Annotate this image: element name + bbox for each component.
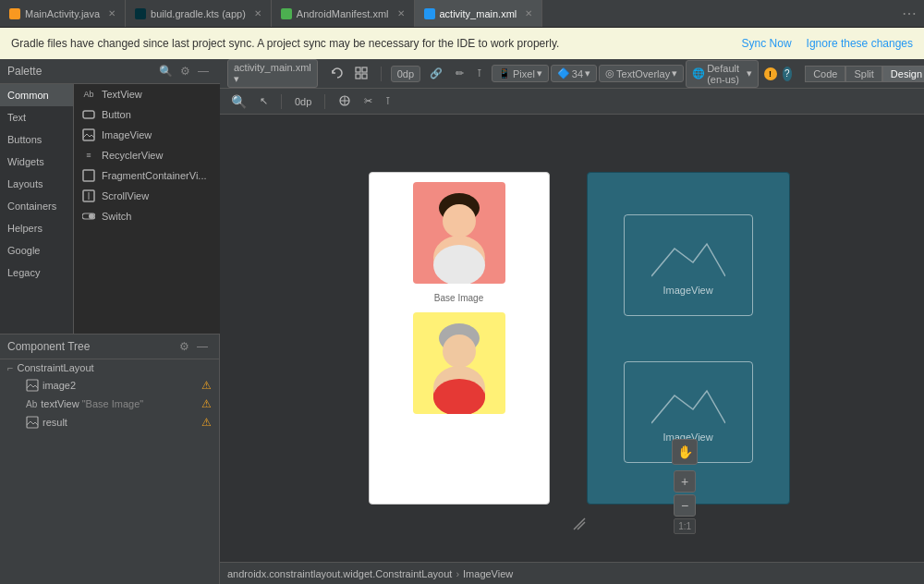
palette-cat-containers[interactable]: Containers (0, 195, 73, 217)
status-item[interactable]: ImageView (463, 568, 513, 579)
tab-gradle-label: build.gradle.kts (app) (151, 8, 246, 19)
palette-title: Palette (7, 65, 155, 78)
ct-textview-icon: Ab (26, 399, 37, 409)
palette-item-fragmentcontainer[interactable]: FragmentContainerVi... (74, 165, 220, 186)
align-button[interactable]: ⊺ (473, 66, 486, 81)
palette-cat-google[interactable]: Google (0, 239, 73, 262)
tb2-sep1 (281, 94, 282, 109)
view-design-button[interactable]: Design (882, 66, 924, 82)
file-dropdown-label: activity_main.xml ▾ (234, 62, 311, 85)
palette-minimize-button[interactable]: — (194, 63, 213, 79)
svg-rect-12 (362, 74, 367, 79)
palette-cat-widgets[interactable]: Widgets (0, 151, 73, 173)
palette-cat-common[interactable]: Common (0, 84, 73, 106)
tab-manifest[interactable]: AndroidManifest.xml ✕ (272, 0, 415, 27)
tab-manifest-close[interactable]: ✕ (397, 8, 405, 18)
device-dropdown[interactable]: 📱 Pixel ▾ (492, 65, 549, 82)
palette-header: Palette 🔍 ⚙ — (0, 59, 220, 84)
palette-item-recyclerview[interactable]: ≡ RecyclerView (74, 145, 220, 165)
locale-label: Default (en-us) (707, 63, 744, 85)
blueprint-mountain-bottom (651, 382, 725, 428)
ct-textview[interactable]: Ab textView "Base Image" ⚠ (0, 395, 219, 413)
file-dropdown[interactable]: activity_main.xml ▾ (227, 59, 318, 88)
cursor-button[interactable]: ↖ (256, 93, 272, 109)
bottom-avatar-container (413, 312, 505, 414)
design-mode-button[interactable]: ✏ (452, 66, 468, 81)
api-dropdown[interactable]: 🔷 34 ▾ (551, 65, 597, 82)
align-vertical-button[interactable]: ⊺ (382, 93, 395, 109)
palette-item-imageview[interactable]: ImageView (74, 125, 220, 145)
scrollview-icon (81, 189, 96, 203)
palette-item-switch[interactable]: Switch (74, 206, 220, 226)
svg-rect-2 (83, 170, 94, 181)
tab-mainactivity[interactable]: MainActivity.java ✕ (0, 0, 126, 27)
palette-cat-text[interactable]: Text (0, 106, 73, 128)
margin-label: 0dp (397, 68, 414, 79)
svg-rect-7 (27, 380, 38, 391)
palette-settings-button[interactable]: ⚙ (176, 63, 194, 79)
svg-rect-9 (356, 67, 360, 72)
svg-rect-25 (651, 276, 725, 281)
palette-item-switch-label: Switch (102, 211, 131, 222)
component-tree-settings-button[interactable]: ⚙ (176, 338, 193, 355)
palette-item-button[interactable]: Button (74, 104, 220, 125)
help-button[interactable]: ? (783, 67, 793, 81)
svg-rect-1 (83, 129, 94, 140)
ignore-changes-button[interactable]: Ignore these changes (807, 37, 913, 50)
design-canvas[interactable]: Base Image (220, 115, 924, 562)
resize-handle[interactable] (570, 515, 589, 536)
zoom-out-small-button[interactable]: 🔍 (227, 92, 250, 111)
device-chevron-icon: ▾ (537, 67, 542, 79)
blueprint-top-label: ImageView (663, 285, 712, 296)
palette-cat-layouts[interactable]: Layouts (0, 173, 73, 195)
overlay-icon: ◎ (605, 67, 614, 79)
ct-result[interactable]: result ⚠ (0, 413, 219, 432)
component-tree-minimize-button[interactable]: — (193, 338, 212, 355)
top-avatar-svg (413, 182, 505, 284)
palette-item-button-label: Button (102, 109, 131, 120)
zoom-in-button[interactable]: + (674, 470, 696, 493)
component-tree-panel: Component Tree ⚙ — ⌐ ConstraintLayout im… (0, 334, 220, 584)
sync-now-button[interactable]: Sync Now (742, 37, 792, 50)
tab-gradle-close[interactable]: ✕ (254, 8, 261, 18)
ct-arrow-icon: ⌐ (7, 362, 13, 373)
view-split-button[interactable]: Split (845, 66, 881, 82)
warning-indicator[interactable]: ! (760, 66, 781, 82)
zoom-fit-button[interactable] (351, 65, 371, 83)
tab-overflow-button[interactable]: ⋯ (894, 5, 924, 22)
svg-rect-11 (356, 74, 360, 79)
palette-item-textview[interactable]: Ab TextView (74, 84, 220, 104)
button-icon (81, 107, 96, 122)
ct-image2-warning: ⚠ (201, 379, 212, 392)
api-label: 34 (572, 68, 583, 79)
svg-point-17 (443, 204, 476, 237)
palette-cat-legacy[interactable]: Legacy (0, 262, 73, 284)
ct-constraintlayout[interactable]: ⌐ ConstraintLayout (0, 359, 219, 376)
constraint-button[interactable]: 🔗 (426, 66, 446, 81)
zoom-out-button[interactable]: − (674, 494, 696, 517)
palette-item-scrollview[interactable]: ScrollView (74, 186, 220, 206)
clear-constraints-button[interactable]: ✂ (360, 93, 376, 109)
design-toolbar: activity_main.xml ▾ 0dp 🔗 ✏ ⊺ 📱 Pix (220, 59, 924, 89)
move-button[interactable]: 0dp (291, 94, 315, 109)
svg-point-6 (89, 213, 94, 219)
margin-input[interactable]: 0dp (391, 66, 420, 82)
tab-mainactivity-close[interactable]: ✕ (108, 8, 116, 18)
ct-textview-label: textView "Base Image" (41, 398, 143, 409)
ct-textview-warning: ⚠ (201, 397, 212, 410)
hand-tool-button[interactable]: ✋ (672, 439, 698, 465)
palette-search-button[interactable]: 🔍 (155, 63, 176, 79)
tab-xml-close[interactable]: ✕ (525, 8, 532, 18)
status-path[interactable]: androidx.constraintlayout.widget.Constra… (227, 568, 452, 579)
device-icon: 📱 (498, 67, 511, 79)
refresh-button[interactable] (327, 65, 347, 83)
overlay-dropdown[interactable]: ◎ TextOverlay ▾ (599, 65, 684, 82)
palette-cat-helpers[interactable]: Helpers (0, 217, 73, 239)
palette-cat-buttons[interactable]: Buttons (0, 128, 73, 151)
locale-dropdown[interactable]: 🌐 Default (en-us) ▾ (686, 60, 758, 88)
constraint-infer-button[interactable] (334, 92, 355, 111)
view-code-button[interactable]: Code (805, 66, 845, 82)
tab-gradle[interactable]: build.gradle.kts (app) ✕ (126, 0, 272, 27)
tab-activity-xml[interactable]: activity_main.xml ✕ (415, 0, 543, 27)
ct-image2[interactable]: image2 ⚠ (0, 376, 219, 395)
